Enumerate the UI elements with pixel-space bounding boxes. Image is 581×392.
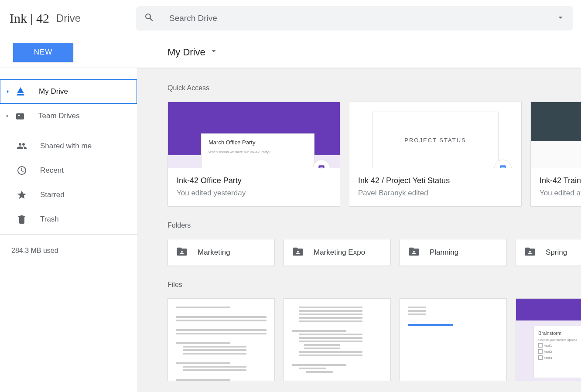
search-options-caret-icon[interactable] (556, 13, 565, 24)
file-card[interactable] (284, 298, 391, 381)
file-card[interactable] (400, 298, 507, 381)
quick-access-card[interactable]: Welcome to the Ink-42 team!We're thrille… (530, 102, 581, 207)
svg-point-11 (181, 251, 183, 252)
folder-card[interactable]: Marketing (167, 239, 275, 266)
folder-card[interactable]: Marketing Expo (284, 239, 391, 266)
shared-folder-icon (408, 245, 430, 259)
thumb-sub: Choose your favorite options (538, 338, 581, 341)
quick-access-row: March Office Party When should we have o… (167, 102, 581, 207)
main-content: Quick Access March Office Party When sho… (137, 68, 581, 392)
folders-row: Marketing Marketing Expo Planning Spring (167, 239, 581, 266)
drive-icon (14, 85, 27, 99)
search-input[interactable] (169, 14, 556, 23)
card-title: Ink-42 Office Party (177, 176, 331, 185)
svg-rect-0 (16, 113, 24, 119)
expand-icon[interactable] (3, 113, 11, 119)
clock-icon (15, 164, 29, 177)
toolbar: NEW My Drive (0, 37, 581, 68)
separator (0, 131, 137, 131)
quick-access-card[interactable]: March Office Party When should we have o… (167, 102, 340, 207)
breadcrumb-my-drive[interactable]: My Drive (167, 46, 219, 58)
team-drives-icon (13, 109, 27, 123)
svg-point-12 (297, 251, 299, 252)
svg-rect-4 (321, 167, 323, 168)
new-button[interactable]: NEW (13, 43, 73, 62)
card-subtitle: Pavel Baranyk edited (358, 189, 513, 198)
section-title-quick-access: Quick Access (167, 84, 581, 92)
sidebar-label: Starred (40, 191, 65, 199)
search-icon (144, 12, 154, 24)
files-row: Brainstorm Choose your favorite options … (167, 298, 581, 381)
card-title: Ink-42 Training (540, 176, 581, 185)
sidebar-item-starred[interactable]: Starred (0, 183, 137, 207)
sidebar-item-team-drives[interactable]: Team Drives (0, 104, 137, 128)
thumb-title: Brainstorm (538, 331, 581, 336)
brand-logo: Ink | 42 (10, 11, 49, 26)
section-title-files: Files (167, 281, 581, 289)
sidebar-label: Team Drives (38, 112, 79, 120)
file-card[interactable]: Brainstorm Choose your favorite options … (516, 298, 581, 381)
shared-folder-icon (176, 245, 198, 259)
expand-icon[interactable] (4, 89, 12, 94)
shared-folder-icon (524, 245, 546, 259)
card-thumbnail: March Office Party When should we have o… (168, 102, 340, 168)
sidebar-item-my-drive[interactable]: My Drive (0, 79, 137, 104)
star-icon (15, 188, 29, 202)
folder-name: Spring (546, 248, 567, 257)
sidebar-label: Recent (40, 166, 64, 175)
sidebar-item-shared[interactable]: Shared with me (0, 134, 137, 158)
card-subtitle: You edited yesterday (177, 189, 331, 198)
quick-access-card[interactable]: PROJECT STATUS Ink 42 / Project Yeti Sta… (349, 102, 522, 207)
svg-rect-8 (501, 167, 505, 168)
separator (0, 234, 137, 235)
sidebar-label: My Drive (39, 87, 68, 96)
sidebar-label: Trash (40, 215, 59, 224)
folder-name: Planning (430, 248, 458, 257)
section-title-folders: Folders (167, 222, 581, 229)
logo-block: Ink | 42 Drive (10, 11, 136, 26)
card-title: Ink 42 / Project Yeti Status (358, 176, 513, 185)
svg-rect-3 (320, 167, 321, 168)
svg-point-13 (413, 251, 415, 252)
sidebar-item-trash[interactable]: Trash (0, 207, 137, 232)
thumb-title: PROJECT STATUS (372, 112, 499, 168)
thumb-sub: When should we have our Ink-42 Party? (208, 150, 307, 154)
breadcrumb-label: My Drive (167, 47, 205, 58)
shared-folder-icon (292, 245, 314, 259)
search-bar[interactable] (136, 6, 573, 31)
folder-name: Marketing Expo (314, 248, 365, 257)
storage-usage: 284.3 MB used (0, 237, 137, 255)
svg-point-14 (529, 251, 531, 252)
card-thumbnail: PROJECT STATUS (349, 102, 521, 168)
link-preview (408, 324, 453, 326)
app-header: Ink | 42 Drive (0, 0, 581, 37)
file-card[interactable] (167, 298, 275, 381)
sidebar-item-recent[interactable]: Recent (0, 158, 137, 183)
folder-name: Marketing (198, 248, 230, 257)
sidebar: My Drive Team Drives Shared with me Rece… (0, 68, 137, 392)
sidebar-label: Shared with me (40, 142, 92, 150)
thumb-title: March Office Party (208, 139, 307, 146)
product-name: Drive (56, 12, 81, 24)
chevron-down-icon (205, 46, 219, 58)
card-thumbnail: Welcome to the Ink-42 team!We're thrille… (531, 102, 581, 168)
svg-rect-1 (18, 115, 20, 116)
folder-card[interactable]: Spring (516, 239, 581, 266)
people-icon (15, 139, 29, 153)
folder-card[interactable]: Planning (400, 239, 507, 266)
trash-icon (15, 212, 29, 226)
card-subtitle: You edited at s (540, 189, 581, 198)
